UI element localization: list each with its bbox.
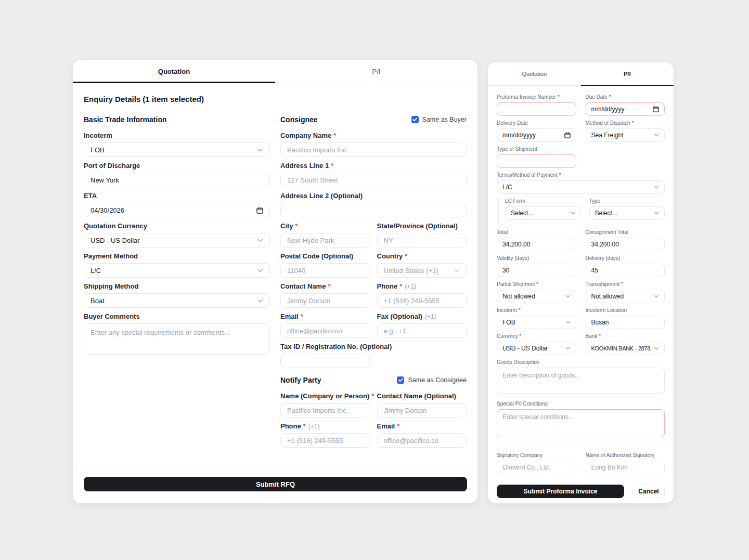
shipping-method-select[interactable]: Boat [84,293,270,308]
proforma-invoice-number-input[interactable] [497,102,576,116]
footer-divider [73,467,477,467]
section-title-basic-trade: Basic Trade Information [84,115,166,124]
payment-method-select[interactable]: L/C [84,263,270,278]
field-contact-name: Contact Name* [280,282,370,308]
field-goods-description: Goods Description [497,359,665,397]
required-asterisk: * [371,392,374,400]
right-tab-bar: Quotation P/I [488,62,674,86]
required-asterisk: * [295,222,298,230]
field-notify-contact-name: Contact Name (Optional) [377,392,467,418]
same-as-consignee-checkbox[interactable]: Same as Consignee [397,376,467,384]
field-label: Partial Shipment * [497,281,576,288]
incoterm-location-input[interactable] [586,316,665,329]
field-pi-currency: Currency * USD - US Dollar [497,333,576,355]
phone-input[interactable] [377,293,467,308]
field-label: Port of Discharge [84,162,140,170]
delivery-date-input[interactable]: mm/dd/yyyy [497,128,576,142]
field-shipping-method: Shipping Method Boat [84,282,270,308]
field-lc-type: Type Select... [589,198,665,220]
notify-email-input[interactable] [377,433,467,448]
required-asterisk: * [405,252,407,261]
field-validity-days: Validity (days) [497,255,576,277]
field-label: Incoterm * [497,307,576,314]
chevron-down-icon [565,295,571,298]
method-of-dispatch-select[interactable]: Sea Freight [586,128,665,142]
type-of-shipment-input[interactable] [497,154,576,168]
city-input[interactable] [280,233,370,248]
due-date-input[interactable]: mm/dd/yyyy [586,102,665,116]
country-select[interactable]: United States (+1) [377,263,467,278]
state-province-input[interactable] [377,233,467,248]
authorized-signatory-input[interactable] [586,461,665,474]
right-tab-quotation[interactable]: Quotation [488,62,581,85]
fax-input[interactable] [377,323,467,338]
right-tab-pi[interactable]: P/I [581,62,674,85]
buyer-comments-textarea[interactable] [84,323,270,355]
terms-method-of-payment-select[interactable]: L/C [497,180,665,194]
field-label: LC Form [505,198,581,204]
email-input[interactable] [280,323,370,338]
goods-description-textarea[interactable] [497,368,665,394]
same-as-buyer-checkbox[interactable]: Same as Buyer [411,116,467,123]
field-quotation-currency: Quotation Currency USD - US Dollar [84,222,270,248]
field-transshipment: Transshipment * Not allowed [586,281,665,303]
field-delivery-date: Delivery Date mm/dd/yyyy [497,120,576,142]
field-label: State/Province (Optional) [377,222,458,230]
field-label: Currency * [497,333,576,340]
transshipment-select[interactable]: Not allowed [586,290,665,303]
field-lc-form: LC Form Select... [505,198,581,220]
chevron-down-icon [565,347,571,350]
submit-proforma-invoice-button[interactable]: Submit Proforma Invoice [497,485,624,498]
lc-subsection: LC Form Select... Type Select... [498,198,665,224]
signatory-company-input[interactable] [497,461,576,474]
section-title-notify-party: Notify Party [280,376,321,384]
notify-contact-name-input[interactable] [377,403,467,418]
delivery-days-input[interactable] [586,264,665,277]
incoterm-select[interactable]: FOB [84,142,270,157]
pi-currency-select[interactable]: USD - US Dollar [497,342,576,355]
field-partial-shipment: Partial Shipment * Not allowed [497,281,576,303]
port-of-discharge-input[interactable] [84,173,270,187]
pi-incoterm-select[interactable]: FOB [497,316,576,329]
notify-phone-input[interactable] [280,433,370,448]
chevron-down-icon [257,269,263,272]
special-pi-conditions-textarea[interactable] [497,409,665,437]
checkbox-checked-icon [397,376,404,384]
field-label: Email [377,422,395,431]
field-label: Proforma Invoice Number * [497,94,576,100]
submit-rfq-button[interactable]: Submit RFQ [84,477,467,491]
notify-name-input[interactable] [280,403,370,418]
validity-days-input[interactable] [497,264,576,277]
field-label: Quotation Currency [84,222,147,230]
field-label: Bank * [586,333,665,340]
cancel-button[interactable]: Cancel [632,485,665,498]
tax-id-input[interactable] [280,354,370,368]
field-state-province: State/Province (Optional) [377,222,467,248]
address-line-1-input[interactable] [280,173,467,187]
postal-code-input[interactable] [280,263,370,278]
required-asterisk: * [303,422,306,431]
left-tab-pi[interactable]: P/I [275,60,477,83]
field-country: Country* United States (+1) [377,252,467,278]
consignment-total-input[interactable] [586,238,665,251]
field-label: Delivery (days) [586,255,665,262]
required-asterisk: * [333,132,336,140]
contact-name-input[interactable] [280,293,370,308]
basic-trade-column: Basic Trade Information Incoterm FOB Por… [84,115,270,452]
quotation-currency-select[interactable]: USD - US Dollar [84,233,270,248]
left-tab-quotation[interactable]: Quotation [73,60,275,83]
partial-shipment-select[interactable]: Not allowed [497,290,576,303]
lc-type-select[interactable]: Select... [589,206,665,220]
total-input[interactable] [497,238,576,251]
required-asterisk: * [397,422,399,431]
signatory-divider [497,446,665,446]
field-label: Name of Authorized Signatory [586,452,665,459]
company-name-input[interactable] [280,142,467,157]
field-address-line-2: Address Line 2 (Optional) [280,192,467,217]
lc-form-select[interactable]: Select... [505,206,581,220]
address-line-2-input[interactable] [280,203,467,217]
eta-date-input[interactable]: 04/30/2026 [84,203,270,217]
bank-select[interactable]: KOOKMIN BANK - 28782934 [586,342,665,355]
field-label: Method of Dispatch * [586,120,665,126]
calendar-icon [256,207,263,214]
